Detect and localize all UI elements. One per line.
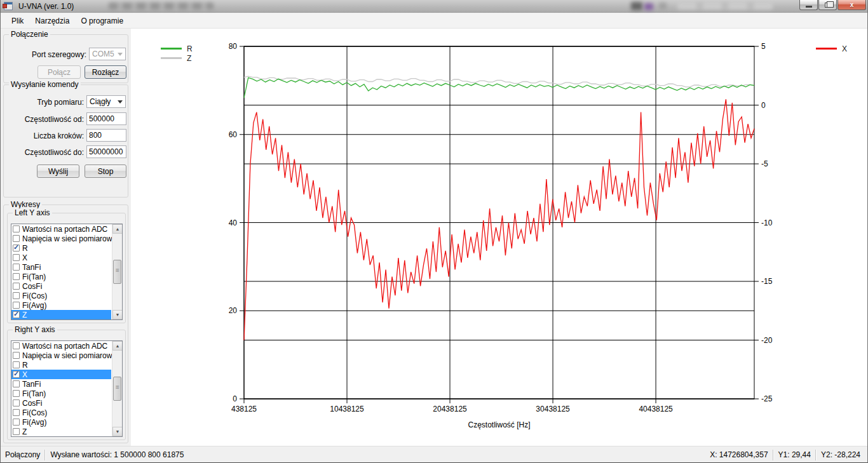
checkbox[interactable] xyxy=(13,283,20,290)
list-item[interactable]: Fi(Tan) xyxy=(11,389,111,398)
checkbox[interactable] xyxy=(13,342,20,349)
close-button[interactable]: x xyxy=(837,0,866,10)
scroll-thumb[interactable] xyxy=(113,377,121,401)
list-item-label: Z xyxy=(22,427,27,436)
checkbox[interactable] xyxy=(13,361,20,368)
scrollbar[interactable]: ▲ ▼ xyxy=(112,224,122,319)
serial-port-select[interactable]: COM5 xyxy=(89,48,126,60)
serial-port-value: COM5 xyxy=(92,50,114,58)
list-item[interactable]: Napięcia w sieci pomiarowej xyxy=(11,351,111,360)
send-button[interactable]: Wyślij xyxy=(37,164,79,178)
checkbox[interactable] xyxy=(13,273,20,280)
legend-swatch-r xyxy=(161,48,182,50)
list-item[interactable]: ✓R xyxy=(11,243,111,253)
list-item-label: Fi(Tan) xyxy=(22,389,46,398)
checkbox[interactable] xyxy=(13,380,20,387)
connect-button[interactable]: Połącz xyxy=(37,65,81,79)
checkbox[interactable]: ✓ xyxy=(13,311,20,318)
stop-button[interactable]: Stop xyxy=(85,164,126,178)
list-item[interactable]: X xyxy=(11,253,111,262)
chevron-down-icon xyxy=(118,100,123,104)
measure-mode-select[interactable]: Ciągły xyxy=(86,95,126,108)
checkbox[interactable] xyxy=(13,390,20,397)
svg-text:40438125: 40438125 xyxy=(639,405,673,413)
list-item-label: X xyxy=(22,253,27,262)
legend-label: R xyxy=(187,44,193,53)
right-axis-checklist[interactable]: Wartości na portach ADCNapięcia w sieci … xyxy=(11,340,123,437)
list-item[interactable]: R xyxy=(11,360,111,370)
list-item[interactable]: TanFi xyxy=(11,379,111,389)
chevron-down-icon xyxy=(118,53,123,56)
restore-button[interactable] xyxy=(818,0,837,10)
list-item[interactable]: Wartości na portach ADC xyxy=(11,341,111,351)
list-item[interactable]: Fi(Avg) xyxy=(11,300,111,310)
list-item[interactable]: Napięcia w sieci pomiarowej xyxy=(11,234,111,243)
list-item-label: Napięcia w sieci pomiarowej xyxy=(22,234,118,243)
checkbox[interactable] xyxy=(13,235,20,242)
plot[interactable]: 80604020050-5-10-15-20-25438125104381252… xyxy=(244,46,754,399)
minimize-button[interactable] xyxy=(799,0,818,10)
list-item[interactable]: Fi(Avg) xyxy=(11,417,111,427)
checkbox[interactable]: ✓ xyxy=(13,245,20,252)
chart-area[interactable]: RZ X 80604020050-5-10-15-20-254381251043… xyxy=(131,29,868,446)
checkbox[interactable] xyxy=(13,292,20,299)
scroll-up-icon[interactable]: ▲ xyxy=(112,224,123,234)
freq-to-label: Częstotliwość do: xyxy=(10,148,84,157)
list-item[interactable]: CosFi xyxy=(11,281,111,291)
scrollbar[interactable]: ▲ ▼ xyxy=(112,341,122,436)
list-item-label: R xyxy=(22,244,28,253)
checkbox[interactable] xyxy=(13,302,20,309)
list-item[interactable]: TanFi xyxy=(11,262,111,272)
scroll-thumb[interactable] xyxy=(113,260,121,284)
list-item[interactable]: CosFi xyxy=(11,398,111,408)
command-group: Wysyłanie komendy Tryb pomiaru: Ciągły C… xyxy=(3,84,128,198)
checkbox[interactable] xyxy=(13,428,20,435)
checkbox[interactable] xyxy=(13,225,20,232)
legend-swatch-x xyxy=(816,48,837,50)
list-item[interactable]: ✓X xyxy=(11,370,111,379)
freq-from-input[interactable]: 500000 xyxy=(86,112,126,125)
freq-to-input[interactable]: 50000000 xyxy=(86,145,126,158)
minimize-icon xyxy=(806,6,812,8)
list-item-label: TanFi xyxy=(22,380,41,389)
scroll-down-icon[interactable]: ▼ xyxy=(112,427,123,436)
list-item[interactable]: Z xyxy=(11,427,111,436)
connection-group-title: Połączenie xyxy=(9,30,50,39)
menu-plik[interactable]: Plik xyxy=(6,15,29,27)
svg-text:0: 0 xyxy=(233,394,237,403)
u-vna-window: { "window": { "title": "U-VNA (ver. 1.0)… xyxy=(0,0,868,463)
list-item[interactable]: Wartości na portach ADC xyxy=(11,224,111,234)
list-item[interactable]: Fi(Cos) xyxy=(11,291,111,300)
list-item[interactable]: Fi(Tan) xyxy=(11,272,111,281)
checkbox[interactable] xyxy=(13,399,20,406)
check-icon: ✓ xyxy=(13,243,19,252)
status-bar: Połączony Wysłane wartości: 1 500000 800… xyxy=(1,446,868,463)
list-item[interactable]: ✓Z xyxy=(11,310,111,319)
steps-input[interactable]: 800 xyxy=(86,129,126,142)
svg-text:10438125: 10438125 xyxy=(330,405,364,413)
svg-text:438125: 438125 xyxy=(231,405,257,413)
list-item-label: Napięcia w sieci pomiarowej xyxy=(22,351,118,360)
scroll-down-icon[interactable]: ▼ xyxy=(112,310,123,319)
checkbox[interactable] xyxy=(13,409,20,416)
menu-narzedzia[interactable]: Narzędzia xyxy=(29,15,75,27)
list-item-label: TanFi xyxy=(22,263,41,272)
connection-group: Połączenie Port szeregowy: COM5 Połącz R… xyxy=(3,34,128,83)
checkbox[interactable] xyxy=(13,254,20,261)
left-axis-group-title: Left Y axis xyxy=(13,208,52,217)
title-bar[interactable]: U-VNA (ver. 1.0) x xyxy=(1,0,868,13)
list-item[interactable]: Fi(Cos) xyxy=(11,408,111,417)
list-item-label: Fi(Cos) xyxy=(22,408,47,417)
checkbox[interactable]: ✓ xyxy=(13,371,20,378)
menu-bar: Plik Narzędzia O programie xyxy=(1,13,868,29)
checkbox[interactable] xyxy=(13,419,20,426)
list-item-label: Fi(Avg) xyxy=(22,301,46,310)
checkbox[interactable] xyxy=(13,352,20,359)
scroll-up-icon[interactable]: ▲ xyxy=(112,341,123,351)
svg-text:80: 80 xyxy=(229,42,238,51)
checkbox[interactable] xyxy=(13,264,20,271)
disconnect-button[interactable]: Rozłącz xyxy=(85,65,126,79)
list-item-label: CosFi xyxy=(22,399,42,408)
menu-o-programie[interactable]: O programie xyxy=(75,15,129,27)
left-axis-checklist[interactable]: Wartości na portach ADCNapięcia w sieci … xyxy=(11,224,123,320)
